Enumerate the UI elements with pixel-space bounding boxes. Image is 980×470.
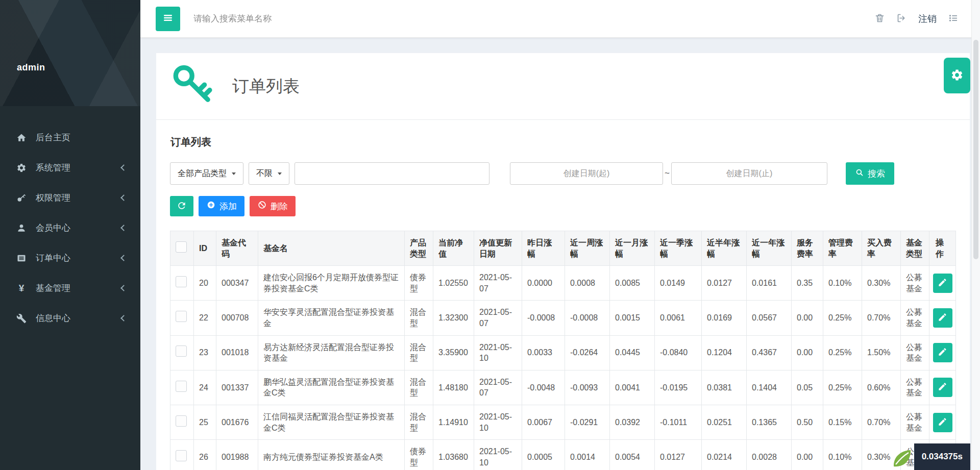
debug-trace-badge[interactable]: 0.034375s	[891, 443, 970, 470]
gear-icon	[950, 68, 964, 83]
sidebar: admin 后台主页 系统管理 权限管理 会员中心 订单中心 ¥ 基	[0, 0, 140, 470]
cell-current-nav: 1.48180	[433, 370, 474, 405]
edit-button[interactable]	[933, 308, 952, 328]
sidebar-item-member[interactable]: 会员中心	[0, 213, 140, 243]
sidebar-item-funds[interactable]: ¥ 基金管理	[0, 273, 140, 303]
table-wrapper: ID 基金代码 基金名 产品类型 当前净值 净值更新日期 昨日涨幅 近一周涨幅 …	[156, 225, 970, 470]
edit-button[interactable]	[933, 343, 952, 362]
settings-fab[interactable]	[944, 58, 970, 93]
cell-product-type: 债券型	[405, 266, 433, 301]
sidebar-toggle-button[interactable]	[156, 7, 180, 31]
date-start-input[interactable]	[510, 162, 663, 185]
elapsed-time: 0.034375s	[914, 443, 970, 470]
cell-nav-update-date: 2021-05-10	[474, 405, 522, 439]
table-row: 23001018易方达新经济灵活配置混合型证券投资基金混合型3.35900202…	[170, 335, 956, 370]
search-icon	[855, 168, 864, 180]
row-checkbox[interactable]	[176, 276, 187, 287]
cell-change-6m: 0.0169	[702, 301, 747, 335]
action-bar: 添加 删除	[156, 185, 970, 225]
topbar-right: 注销	[874, 13, 959, 25]
chevron-left-icon	[120, 225, 127, 231]
caret-down-icon	[278, 172, 282, 175]
cell-management-fee: 0.25%	[823, 335, 862, 370]
cell-id: 23	[194, 335, 216, 370]
cell-change-6m: 0.0127	[702, 266, 747, 301]
cell-fund-category: 公募基金	[901, 335, 929, 370]
logout-icon-button[interactable]	[896, 13, 907, 25]
sidebar-item-label: 系统管理	[36, 162, 121, 174]
cell-change-1w: 0.0014	[565, 440, 610, 470]
row-select-cell	[170, 301, 194, 335]
cell-change-1y: 0.0567	[747, 301, 792, 335]
logout-icon	[896, 13, 907, 25]
search-button[interactable]: 搜索	[846, 162, 894, 185]
plus-circle-icon	[206, 200, 216, 212]
date-end-input[interactable]	[671, 162, 827, 185]
sidebar-item-info[interactable]: 信息中心	[0, 303, 140, 333]
add-button-label: 添加	[219, 201, 237, 212]
cell-change-1w: -0.0291	[565, 405, 610, 439]
cell-fund-name: 华安安享灵活配置混合型证券投资基金	[258, 301, 405, 335]
delete-button[interactable]: 删除	[250, 196, 296, 216]
row-checkbox[interactable]	[176, 311, 187, 322]
cell-change-yesterday: 0.0067	[522, 405, 565, 439]
leaf-icon	[891, 448, 913, 470]
list-alt-icon	[948, 13, 959, 25]
limit-select[interactable]: 不限	[249, 162, 289, 185]
page-scrollbar[interactable]	[971, 0, 980, 470]
sidebar-item-home[interactable]: 后台主页	[0, 122, 140, 153]
product-type-select[interactable]: 全部产品类型	[170, 162, 243, 185]
cell-fund-code: 000708	[216, 301, 258, 335]
sidebar-item-orders[interactable]: 订单中心	[0, 243, 140, 273]
cell-change-1y: 0.1404	[747, 370, 792, 405]
cell-change-6m: 0.0214	[702, 440, 747, 470]
cell-service-fee: 0.50	[792, 405, 823, 439]
col-fund-category: 基金类型	[901, 231, 929, 266]
table-row: 22000708华安安享灵活配置混合型证券投资基金混合型1.323002021-…	[170, 301, 956, 335]
refresh-button[interactable]	[170, 196, 193, 216]
select-all-checkbox[interactable]	[176, 241, 187, 253]
cell-current-nav: 1.02550	[433, 266, 474, 301]
brand-username: admin	[17, 62, 45, 73]
cell-change-1w: -0.0008	[565, 301, 610, 335]
row-checkbox[interactable]	[176, 345, 187, 357]
pencil-icon	[938, 417, 947, 428]
cell-change-6m: 0.0251	[702, 405, 747, 439]
col-management-fee: 管理费率	[823, 231, 862, 266]
row-checkbox[interactable]	[176, 450, 187, 461]
fund-table-body: 20000347建信安心回报6个月定期开放债券型证券投资基金C类债券型1.025…	[170, 266, 956, 470]
row-checkbox[interactable]	[176, 415, 187, 427]
cell-change-1y: 0.4367	[747, 335, 792, 370]
search-button-label: 搜索	[868, 168, 885, 180]
edit-button[interactable]	[933, 413, 952, 432]
row-checkbox[interactable]	[176, 381, 187, 392]
cell-change-1m: 0.0445	[610, 335, 655, 370]
cell-service-fee: 0.00	[792, 301, 823, 335]
cell-management-fee: 0.25%	[823, 301, 862, 335]
cell-change-1q: 0.0061	[655, 301, 702, 335]
edit-button[interactable]	[933, 378, 952, 397]
pencil-icon	[938, 382, 947, 393]
scrollbar-thumb[interactable]	[973, 40, 978, 259]
trash-button[interactable]	[874, 13, 885, 25]
cell-service-fee: 0.35	[792, 266, 823, 301]
keyword-input[interactable]	[295, 162, 489, 185]
sidebar-item-permission[interactable]: 权限管理	[0, 183, 140, 213]
menu-search-input[interactable]	[193, 14, 367, 24]
cell-nav-update-date: 2021-05-07	[474, 301, 522, 335]
user-icon	[15, 222, 28, 234]
sidebar-item-label: 订单中心	[36, 252, 121, 264]
col-purchase-fee: 买入费率	[862, 231, 901, 266]
col-id: ID	[194, 231, 216, 266]
add-button[interactable]: 添加	[199, 196, 244, 216]
cell-change-1m: 0.0041	[610, 370, 655, 405]
col-change-1m: 近一月涨幅	[610, 231, 655, 266]
cell-change-1q: 0.0149	[655, 266, 702, 301]
edit-button[interactable]	[933, 274, 952, 293]
cell-change-yesterday: 0.0005	[522, 440, 565, 470]
row-select-cell	[170, 440, 194, 470]
list-toggle-button[interactable]	[948, 13, 959, 25]
cell-change-1m: 0.0085	[610, 266, 655, 301]
logout-link[interactable]: 注销	[918, 13, 937, 25]
sidebar-item-system[interactable]: 系统管理	[0, 153, 140, 183]
